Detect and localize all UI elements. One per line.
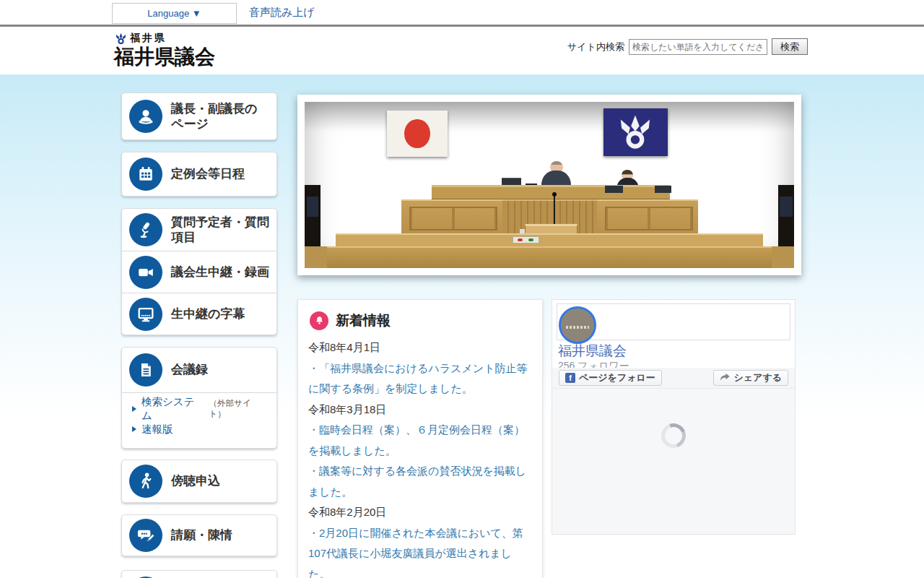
video-camera-icon — [129, 256, 162, 289]
left-desk-corner — [305, 246, 327, 268]
site-title[interactable]: 福井県議会 — [114, 43, 215, 71]
news-date: 令和8年3月18日 — [308, 400, 532, 420]
share-button-label: シェアする — [733, 371, 782, 384]
sidebar-item-live[interactable]: 議会生中継・録画 — [122, 251, 276, 293]
news-title: 新着情報 — [336, 311, 391, 330]
sidebar-item-label: 請願・陳情 — [171, 527, 232, 543]
green-light — [528, 238, 533, 241]
facebook-widget: 福井県議会 256 フォロワー f ページをフォロー シェアする — [552, 299, 796, 535]
calendar-icon — [129, 158, 162, 191]
red-light — [518, 238, 522, 241]
sidebar-item-petition[interactable]: 請願・陳情 — [121, 514, 277, 556]
chevron-right-icon — [132, 426, 136, 432]
news-header: 新着情報 — [310, 311, 532, 330]
site-header: 福井県 福井県議会 サイト内検索 検索 — [0, 29, 924, 74]
news-date: 令和8年4月1日 — [308, 337, 532, 358]
news-link[interactable]: ・「福井県議会におけるハラスメント防止等に関する条例」を制定しました。 — [308, 358, 532, 400]
tts-link[interactable]: 音声読み上げ — [249, 6, 315, 20]
floor-step — [305, 246, 794, 268]
assembly-photo — [305, 102, 794, 268]
right-desk-block — [597, 199, 698, 233]
desk-equipment — [655, 186, 671, 193]
follow-button-label: ページをフォロー — [579, 371, 655, 384]
walking-person-icon — [129, 465, 162, 498]
chevron-right-icon — [132, 406, 136, 412]
site-search: サイト内検索 検索 — [567, 38, 808, 55]
facebook-avatar[interactable] — [559, 306, 596, 344]
sidebar-item-questions[interactable]: 質問予定者・質問項目 — [122, 209, 276, 251]
language-dropdown-label: Language ▼ — [147, 8, 201, 19]
left-desk-block — [401, 199, 502, 233]
facebook-action-bar: f ページをフォロー シェアする — [552, 368, 795, 388]
document-icon — [129, 353, 162, 387]
fukui-emblem-icon — [115, 33, 127, 45]
sidebar-item-label: 質問予定者・質問項目 — [171, 215, 269, 246]
facebook-logo-icon: f — [565, 373, 575, 383]
japan-flag — [387, 111, 448, 157]
microphone-icon — [129, 213, 162, 246]
sidebar-item-partial[interactable] — [121, 570, 277, 578]
fukui-flag-emblem-icon — [616, 113, 654, 150]
cup — [520, 229, 525, 233]
bell-icon — [310, 311, 328, 330]
news-link[interactable]: ・議案等に対する各会派の賛否状況を掲載しました。 — [308, 461, 532, 502]
page: Language ▼ 音声読み上げ 福井県 福井県議会 サイト内検索 検索 — [0, 0, 924, 578]
share-arrow-icon — [720, 373, 730, 384]
facebook-follow-button[interactable]: f ページをフォロー — [559, 370, 662, 386]
sidebar-item-label: 会議録 — [171, 362, 208, 377]
fukui-flag — [603, 108, 668, 156]
news-link[interactable]: ・臨時会日程（案）、６月定例会日程（案）を掲載しました。 — [308, 420, 532, 461]
right-desk-corner — [772, 246, 794, 268]
sidebar-item-captions[interactable]: 生中継の字幕 — [122, 293, 276, 335]
sidebar-item-chair-page[interactable]: 議長・副議長のページ — [121, 92, 277, 140]
facebook-share-button[interactable]: シェアする — [713, 370, 788, 386]
facebook-page-name[interactable]: 福井県議会 — [558, 342, 627, 361]
search-button[interactable]: 検索 — [772, 38, 808, 55]
sidebar-item-label: 生中継の字幕 — [171, 306, 245, 322]
sidebar-item-label: 議会生中継・録画 — [171, 264, 269, 280]
laptop — [605, 186, 623, 193]
microphone-stand — [554, 195, 555, 228]
sidebar-item-visit[interactable]: 傍聴申込 — [121, 460, 277, 503]
sidebar-item-label: 議長・副議長のページ — [171, 101, 269, 132]
loading-spinner-icon — [657, 419, 689, 452]
language-dropdown[interactable]: Language ▼ — [112, 3, 237, 24]
sidebar-item-label: 定例会等日程 — [171, 166, 245, 181]
link-label: 速報版 — [141, 423, 173, 436]
photo-shading — [305, 102, 794, 131]
utility-bar: Language ▼ 音声読み上げ — [0, 0, 924, 27]
link-label: 検索システム — [141, 395, 204, 423]
facebook-feed-loading — [552, 388, 795, 534]
left-chair — [307, 197, 318, 217]
sidebar-link-minutes-search[interactable]: 検索システム （外部サイト） — [132, 399, 266, 419]
external-site-note: （外部サイト） — [209, 398, 266, 420]
indicator-lights — [513, 236, 539, 243]
search-input[interactable] — [629, 39, 767, 55]
right-chair — [780, 197, 793, 217]
news-date: 令和8年2月20日 — [308, 502, 532, 523]
petition-icon — [129, 519, 162, 552]
platform-step — [336, 233, 762, 247]
sidebar-item-schedule[interactable]: 定例会等日程 — [121, 152, 277, 197]
chairman-desk — [432, 185, 670, 199]
sidebar-group-minutes: 会議録 検索システム （外部サイト） 速報版 — [121, 347, 277, 449]
sidebar-item-label: 傍聴申込 — [171, 473, 220, 488]
assembly-photo-card — [297, 95, 801, 275]
chairman-figure-body — [541, 171, 571, 186]
search-label: サイト内検索 — [567, 40, 624, 53]
sidebar-item-minutes[interactable]: 会議録 — [122, 348, 276, 392]
news-section: 新着情報 令和8年4月1日 ・「福井県議会におけるハラスメント防止等に関する条例… — [297, 299, 543, 578]
news-link[interactable]: ・2月20日に開催された本会議において、第107代議長に小堀友廣議員が選出されま… — [308, 523, 532, 578]
japan-flag-disc — [404, 119, 430, 148]
caption-monitor-icon — [129, 298, 162, 331]
sidebar-group-session: 質問予定者・質問項目 議会生中継・録画 — [121, 208, 277, 335]
user-icon — [129, 100, 162, 133]
